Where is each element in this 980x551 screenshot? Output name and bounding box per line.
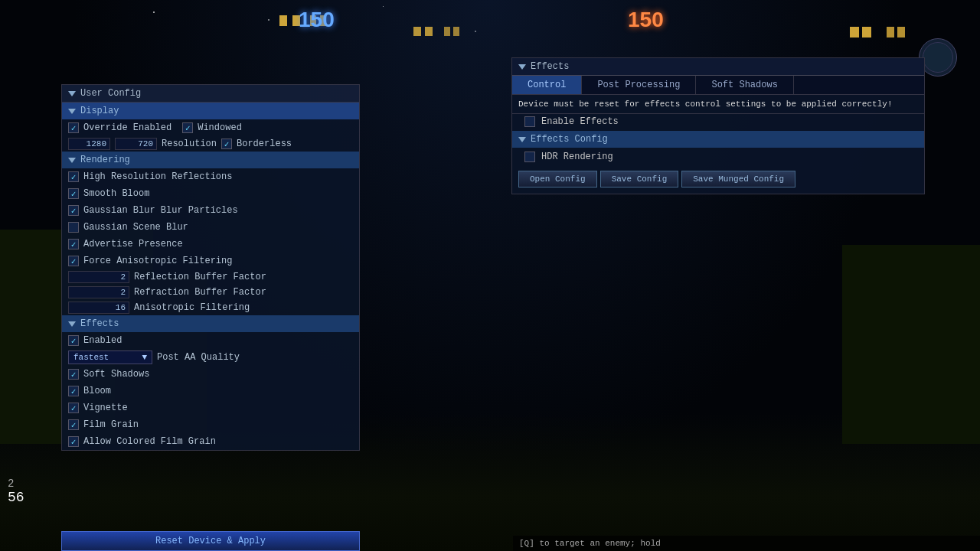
effects-section-header[interactable]: Effects — [62, 315, 359, 332]
rendering-item-3: Gaussian Scene Blur — [62, 219, 359, 236]
borderless-label: Borderless — [237, 139, 292, 149]
windowed-checkbox[interactable] — [182, 122, 193, 133]
refraction-buffer-label: Refraction Buffer Factor — [134, 287, 266, 298]
effects-item-0: Soft Shadows — [62, 366, 359, 383]
effects-item-3: Film Grain — [62, 416, 359, 433]
windowed-label: Windowed — [198, 122, 242, 133]
override-enabled-label: Override Enabled — [83, 122, 172, 133]
display-collapse-icon — [68, 109, 76, 114]
hud-kills: 2 — [8, 478, 14, 490]
borderless-checkbox[interactable] — [221, 139, 232, 149]
effects-warning: Device must be reset for effects control… — [512, 95, 924, 114]
hud-deaths: 56 — [8, 490, 24, 505]
rendering-item-1: Smooth Bloom — [62, 185, 359, 202]
effects-config-header[interactable]: Effects Config — [512, 131, 924, 148]
effects-config-label: Effects Config — [531, 134, 608, 145]
display-label: Display — [80, 106, 119, 116]
effects-checkbox-2[interactable] — [68, 403, 79, 413]
anisotropic-value[interactable]: 16 — [68, 302, 129, 314]
effects-label-4: Allow Colored Film Grain — [83, 436, 216, 447]
effects-enabled-label: Enabled — [83, 335, 122, 346]
open-config-button[interactable]: Open Config — [518, 171, 597, 187]
status-text: [Q] to target an enemy; hold — [519, 539, 661, 548]
left-panel: User Config Display Override Enabled Win… — [61, 84, 360, 451]
effects-tab-bar: Control Post Processing Soft Shadows — [512, 76, 924, 95]
panel-collapse-icon[interactable] — [68, 91, 76, 96]
hud-corner: 2 56 — [8, 478, 24, 505]
effects-panel-title: Effects — [512, 58, 924, 76]
save-munged-config-button[interactable]: Save Munged Config — [681, 171, 795, 187]
effects-checkbox-4[interactable] — [68, 436, 79, 447]
hdr-rendering-label: HDR Rendering — [541, 152, 613, 162]
rendering-item-5: Force Anisotropic Filtering — [62, 253, 359, 269]
effects-label-1: Bloom — [83, 386, 111, 396]
rendering-label-2: Gaussian Blur Blur Particles — [83, 205, 238, 216]
effects-item-4: Allow Colored Film Grain — [62, 433, 359, 450]
effects-label-3: Film Grain — [83, 419, 139, 430]
effects-item-2: Vignette — [62, 399, 359, 416]
tab-control[interactable]: Control — [512, 76, 582, 94]
enable-effects-checkbox[interactable] — [524, 116, 535, 127]
score-right: 150 — [628, 8, 664, 32]
rendering-item-0: High Resolution Reflections — [62, 168, 359, 185]
rendering-checkbox-0[interactable] — [68, 171, 79, 182]
effects-label-0: Soft Shadows — [83, 369, 149, 380]
rendering-checkbox-1[interactable] — [68, 188, 79, 199]
override-enabled-checkbox[interactable] — [68, 122, 79, 133]
effects-checkbox-1[interactable] — [68, 386, 79, 396]
reflection-buffer-label: Reflection Buffer Factor — [134, 272, 266, 282]
effects-panel-title-text: Effects — [531, 61, 569, 72]
rendering-checkbox-3[interactable] — [68, 222, 79, 233]
resolution-height[interactable]: 720 — [115, 138, 157, 150]
score-left: 150 — [299, 8, 335, 32]
enable-effects-row: Enable Effects — [512, 114, 924, 129]
resolution-row: 1280 720 Resolution Borderless — [62, 136, 359, 152]
rendering-label-5: Force Anisotropic Filtering — [83, 256, 232, 266]
effects-item-1: Bloom — [62, 383, 359, 399]
tab-soft-shadows[interactable]: Soft Shadows — [696, 76, 793, 94]
override-windowed-row: Override Enabled Windowed — [62, 119, 359, 136]
enable-effects-label: Enable Effects — [541, 116, 619, 127]
rendering-checkbox-4[interactable] — [68, 239, 79, 249]
post-aa-value: fastest — [74, 353, 109, 362]
display-section-header[interactable]: Display — [62, 103, 359, 119]
rendering-label-0: High Resolution Reflections — [83, 171, 232, 182]
post-aa-row: fastest ▼ Post AA Quality — [62, 349, 359, 366]
anisotropic-row: 16 Anisotropic Filtering — [62, 300, 359, 315]
panel-title-text: User Config — [80, 88, 141, 99]
rendering-checkbox-2[interactable] — [68, 205, 79, 216]
rendering-label-1: Smooth Bloom — [83, 188, 149, 199]
anisotropic-label: Anisotropic Filtering — [134, 302, 250, 313]
reflection-buffer-row: 2 Reflection Buffer Factor — [62, 269, 359, 285]
reflection-buffer-value[interactable]: 2 — [68, 271, 129, 283]
save-config-button[interactable]: Save Config — [600, 171, 679, 187]
effects-panel: Effects Control Post Processing Soft Sha… — [511, 57, 925, 194]
effects-enabled-row: Enabled — [62, 332, 359, 349]
tab-post-processing[interactable]: Post Processing — [582, 76, 696, 94]
refraction-buffer-row: 2 Refraction Buffer Factor — [62, 285, 359, 300]
post-aa-label: Post AA Quality — [157, 352, 240, 363]
effects-checkbox-0[interactable] — [68, 369, 79, 380]
status-bar: [Q] to target an enemy; hold — [513, 536, 980, 551]
rendering-section-header[interactable]: Rendering — [62, 152, 359, 168]
rendering-item-4: Advertise Presence — [62, 236, 359, 253]
refraction-buffer-value[interactable]: 2 — [68, 286, 129, 298]
reset-device-button[interactable]: Reset Device & Apply — [61, 531, 360, 551]
effects-enabled-checkbox[interactable] — [68, 335, 79, 346]
post-aa-dropdown[interactable]: fastest ▼ — [68, 350, 152, 364]
effects-panel-collapse-icon[interactable] — [518, 64, 526, 70]
rendering-collapse-icon — [68, 158, 76, 163]
rendering-label-4: Advertise Presence — [83, 239, 183, 249]
resolution-width[interactable]: 1280 — [68, 138, 110, 150]
effects-checkbox-3[interactable] — [68, 419, 79, 430]
hdr-rendering-row: HDR Rendering — [512, 149, 924, 165]
resolution-label: Resolution — [162, 139, 217, 149]
rendering-checkbox-5[interactable] — [68, 256, 79, 266]
hdr-rendering-checkbox[interactable] — [524, 152, 535, 162]
reset-button-container: Reset Device & Apply — [61, 531, 360, 551]
rendering-item-2: Gaussian Blur Blur Particles — [62, 202, 359, 219]
effects-config-icon — [518, 137, 526, 142]
effects-label-2: Vignette — [83, 403, 128, 413]
dropdown-arrow-icon: ▼ — [142, 353, 147, 362]
config-buttons: Open Config Save Config Save Munged Conf… — [512, 165, 924, 194]
